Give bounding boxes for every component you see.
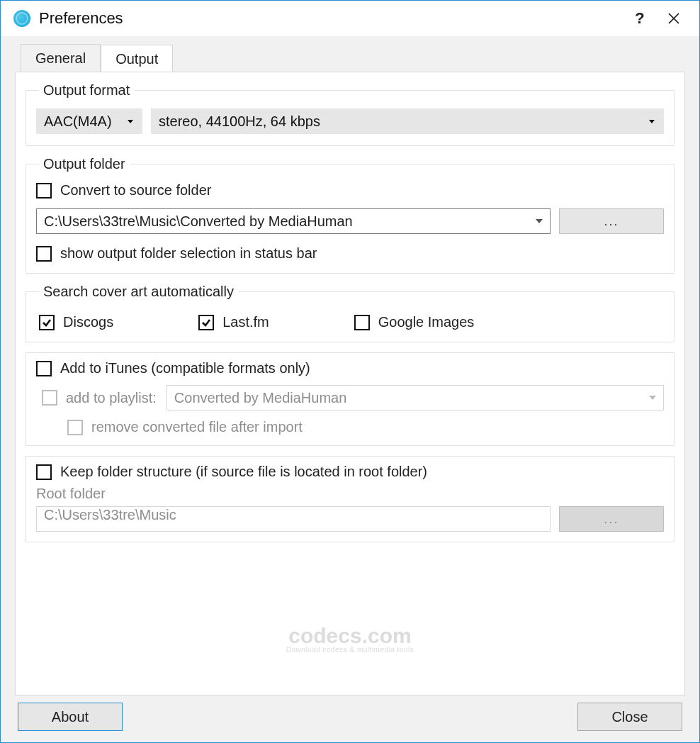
combo-playlist: Converted by MediaHuman bbox=[166, 385, 664, 410]
label-convert-to-source: Convert to source folder bbox=[60, 182, 211, 199]
label-keep-folder-structure: Keep folder structure (if source file is… bbox=[60, 464, 427, 480]
checkbox-add-to-itunes[interactable] bbox=[36, 361, 52, 376]
checkbox-add-to-playlist bbox=[42, 390, 57, 406]
combo-output-path[interactable]: C:\Users\33tre\Music\Converted by MediaH… bbox=[36, 208, 551, 234]
output-path-value: C:\Users\33tre\Music\Converted by MediaH… bbox=[44, 213, 353, 230]
group-output-format: Output format AAC(M4A) stereo, 44100Hz, … bbox=[26, 82, 674, 146]
app-icon bbox=[13, 10, 30, 27]
combo-playlist-value: Converted by MediaHuman bbox=[174, 390, 346, 406]
preferences-window: Preferences ? General Output Output form… bbox=[0, 0, 700, 743]
label-discogs: Discogs bbox=[63, 314, 113, 330]
label-lastfm: Last.fm bbox=[222, 314, 269, 330]
group-itunes: Add to iTunes (compatible formats only) … bbox=[26, 352, 674, 446]
chevron-down-icon bbox=[536, 219, 543, 223]
checkbox-discogs[interactable] bbox=[39, 315, 55, 330]
watermark: codecs.com Download codecs & multimedia … bbox=[286, 625, 414, 654]
group-cover-art: Search cover art automatically Discogs L… bbox=[26, 284, 674, 342]
label-show-statusbar: show output folder selection in status b… bbox=[60, 245, 317, 262]
tab-panel-output: Output format AAC(M4A) stereo, 44100Hz, … bbox=[15, 72, 685, 695]
checkbox-google-images[interactable] bbox=[354, 315, 370, 330]
content-area: General Output Output format AAC(M4A) st… bbox=[1, 36, 699, 742]
checkbox-remove-after-import bbox=[67, 420, 83, 435]
label-add-to-playlist: add to playlist: bbox=[66, 390, 157, 406]
chevron-down-icon bbox=[128, 120, 133, 123]
close-button[interactable]: Close bbox=[577, 703, 682, 731]
input-root-folder: C:\Users\33tre\Music bbox=[36, 506, 551, 532]
label-google-images: Google Images bbox=[378, 314, 475, 330]
titlebar: Preferences ? bbox=[1, 1, 699, 36]
select-format-params-value: stereo, 44100Hz, 64 kbps bbox=[159, 113, 320, 130]
select-format-params[interactable]: stereo, 44100Hz, 64 kbps bbox=[151, 108, 664, 134]
browse-root-button: ... bbox=[559, 506, 664, 532]
about-button[interactable]: About bbox=[18, 703, 123, 731]
chevron-down-icon bbox=[649, 120, 655, 123]
legend-output-format: Output format bbox=[39, 82, 134, 99]
legend-cover-art: Search cover art automatically bbox=[39, 284, 238, 300]
checkbox-lastfm[interactable] bbox=[198, 315, 214, 330]
tab-output[interactable]: Output bbox=[101, 45, 173, 72]
label-remove-after-import: remove converted file after import bbox=[91, 419, 303, 435]
select-codec-value: AAC(M4A) bbox=[44, 113, 112, 130]
help-button[interactable]: ? bbox=[623, 1, 657, 35]
label-add-to-itunes: Add to iTunes (compatible formats only) bbox=[60, 360, 310, 376]
checkbox-convert-to-source[interactable] bbox=[36, 183, 52, 199]
chevron-down-icon bbox=[649, 396, 656, 400]
label-root-folder: Root folder bbox=[36, 486, 664, 506]
checkbox-show-statusbar[interactable] bbox=[36, 246, 52, 262]
checkbox-keep-folder-structure[interactable] bbox=[36, 464, 52, 480]
tab-bar: General Output bbox=[15, 43, 685, 72]
select-codec[interactable]: AAC(M4A) bbox=[36, 108, 142, 134]
group-output-folder: Output folder Convert to source folder C… bbox=[26, 156, 674, 274]
close-icon[interactable] bbox=[657, 1, 691, 35]
window-title: Preferences bbox=[39, 9, 623, 28]
legend-output-folder: Output folder bbox=[39, 156, 130, 172]
dialog-footer: About Close bbox=[15, 695, 685, 732]
group-keep-folder: Keep folder structure (if source file is… bbox=[26, 456, 674, 542]
browse-output-button[interactable]: ... bbox=[559, 208, 664, 234]
tab-general[interactable]: General bbox=[21, 44, 101, 72]
